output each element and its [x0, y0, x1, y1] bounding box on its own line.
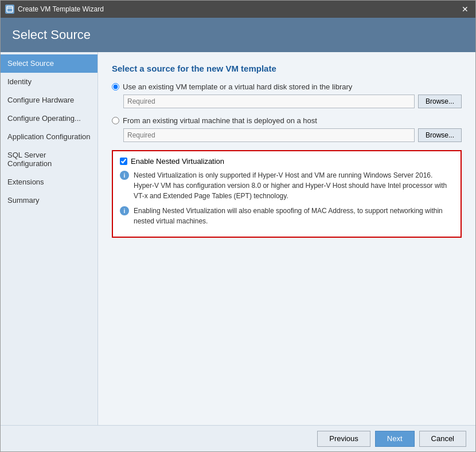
info-text-2: Enabling Nested Virtualization will also… [134, 206, 454, 226]
info-text-1: Nested Virtualization is only supported … [134, 170, 454, 201]
svg-rect-0 [7, 6, 13, 12]
header-bar: Select Source [1, 18, 475, 52]
info-row-1: i Nested Virtualization is only supporte… [120, 170, 454, 201]
sidebar-item-configure-operating[interactable]: Configure Operating... [1, 109, 97, 128]
radio-option-existing-template[interactable]: Use an existing VM template or a virtual… [112, 82, 462, 91]
radio-option-existing-vm[interactable]: From an existing virtual machine that is… [112, 116, 462, 125]
radio-label-existing-vm: From an existing virtual machine that is… [123, 116, 317, 125]
browse-button-2[interactable]: Browse... [418, 128, 462, 142]
info-row-2: i Enabling Nested Virtualization will al… [120, 206, 454, 226]
content-area: Select Source Identity Configure Hardwar… [1, 52, 475, 425]
input-row-2: Browse... [123, 128, 462, 142]
nested-virtualization-box: Enable Nested Virtualization i Nested Vi… [112, 150, 462, 238]
enable-nested-virt-label: Enable Nested Virtualization [131, 157, 224, 166]
wizard-window: Create VM Template Wizard ✕ Select Sourc… [0, 0, 476, 452]
input-row-1: Browse... [123, 95, 462, 108]
browse-button-1[interactable]: Browse... [418, 95, 462, 108]
previous-button[interactable]: Previous [317, 431, 370, 447]
source-input-2[interactable] [123, 128, 415, 142]
info-icon-2: i [120, 206, 129, 215]
sidebar-item-extensions[interactable]: Extensions [1, 173, 97, 191]
title-bar: Create VM Template Wizard ✕ [1, 1, 475, 18]
sidebar-item-identity[interactable]: Identity [1, 73, 97, 91]
enable-nested-virt-row[interactable]: Enable Nested Virtualization [120, 157, 454, 166]
window-title: Create VM Template Wizard [18, 5, 459, 13]
enable-nested-virt-checkbox[interactable] [120, 158, 127, 165]
source-input-1[interactable] [123, 95, 415, 108]
page-title: Select Source [12, 27, 91, 42]
close-button[interactable]: ✕ [459, 3, 471, 15]
footer: Previous Next Cancel [1, 425, 475, 451]
next-button[interactable]: Next [375, 431, 415, 447]
sidebar-item-summary[interactable]: Summary [1, 191, 97, 210]
sidebar-item-configure-hardware[interactable]: Configure Hardware [1, 91, 97, 109]
radio-existing-template[interactable] [112, 83, 119, 91]
info-icon-1: i [120, 171, 129, 180]
sidebar-item-sql-server-configuration[interactable]: SQL Server Configuration [1, 146, 97, 173]
section-title: Select a source for the new VM template [112, 64, 462, 73]
sidebar-item-select-source[interactable]: Select Source [1, 54, 97, 73]
main-content: Select a source for the new VM template … [98, 52, 475, 425]
cancel-button[interactable]: Cancel [419, 431, 466, 447]
sidebar-item-application-configuration[interactable]: Application Configuration [1, 128, 97, 146]
radio-label-existing-template: Use an existing VM template or a virtual… [123, 82, 352, 91]
window-icon [5, 5, 14, 14]
sidebar: Select Source Identity Configure Hardwar… [1, 52, 98, 425]
radio-existing-vm[interactable] [112, 117, 119, 124]
